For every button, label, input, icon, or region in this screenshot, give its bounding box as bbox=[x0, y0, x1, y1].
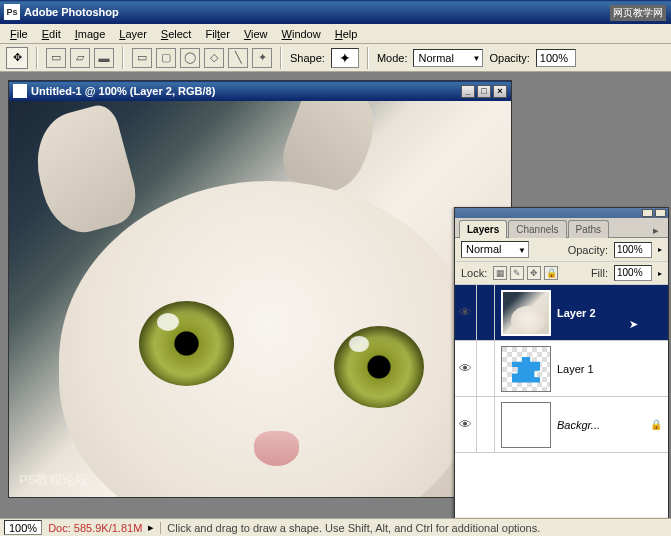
tool-preset-picker[interactable]: ✥ bbox=[6, 47, 28, 69]
shape-mode-group: ▭ ▱ ▬ bbox=[46, 48, 114, 68]
menu-bar: File Edit Image Layer Select Filter View… bbox=[0, 24, 671, 44]
layer-opacity-input[interactable]: 100% bbox=[614, 242, 652, 258]
opacity-input[interactable]: 100% bbox=[536, 49, 576, 67]
app-title: Adobe Photoshop bbox=[24, 6, 667, 18]
puzzle-icon: ✦ bbox=[339, 50, 351, 66]
layer-thumbnail[interactable] bbox=[501, 346, 551, 392]
lock-all-icon[interactable]: 🔒 bbox=[544, 266, 558, 280]
opacity-label: Opacity: bbox=[489, 52, 529, 64]
shape-tool-group: ▭ ▢ ◯ ◇ ╲ ✦ bbox=[132, 48, 272, 68]
shape-label: Shape: bbox=[290, 52, 325, 64]
layers-panel: Layers Channels Paths ▸ Normal Opacity: … bbox=[454, 207, 669, 536]
canvas[interactable]: PS教程论坛 bbox=[9, 101, 511, 497]
layer-name[interactable]: Backgr... bbox=[557, 419, 650, 431]
app-titlebar: Ps Adobe Photoshop 网页教学网 bbox=[0, 0, 671, 24]
close-icon[interactable]: × bbox=[493, 85, 507, 98]
zoom-input[interactable]: 100% bbox=[4, 520, 42, 535]
visibility-eye-icon[interactable]: 👁 bbox=[455, 285, 477, 340]
doc-info: Doc: 585.9K/1.81M bbox=[48, 522, 142, 534]
link-cell[interactable] bbox=[477, 397, 495, 452]
lock-buttons: ▦ ✎ ✥ 🔒 bbox=[493, 266, 558, 280]
document-titlebar[interactable]: Untitled-1 @ 100% (Layer 2, RGB/8) _ □ × bbox=[9, 81, 511, 101]
layer-name[interactable]: Layer 1 bbox=[557, 363, 668, 375]
custom-shape-tool-icon[interactable]: ✦ bbox=[252, 48, 272, 68]
separator bbox=[280, 47, 282, 69]
status-bar: 100% Doc: 585.9K/1.81M ▸ Click and drag … bbox=[0, 518, 671, 536]
info-arrow-icon[interactable]: ▸ bbox=[148, 521, 154, 534]
status-hint: Click and drag to draw a shape. Use Shif… bbox=[160, 522, 540, 534]
watermark-badge: 网页教学网 bbox=[610, 5, 666, 21]
rounded-rect-tool-icon[interactable]: ▢ bbox=[156, 48, 176, 68]
lock-pixels-icon[interactable]: ✎ bbox=[510, 266, 524, 280]
menu-window[interactable]: Window bbox=[276, 26, 327, 42]
panel-menu-icon[interactable]: ▸ bbox=[648, 224, 664, 237]
empty-list-area bbox=[455, 453, 668, 517]
visibility-eye-icon[interactable]: 👁 bbox=[455, 397, 477, 452]
menu-layer[interactable]: Layer bbox=[113, 26, 153, 42]
menu-help[interactable]: Help bbox=[329, 26, 364, 42]
document-window: Untitled-1 @ 100% (Layer 2, RGB/8) _ □ ×… bbox=[8, 80, 512, 498]
chevron-right-icon[interactable]: ▸ bbox=[658, 245, 662, 254]
layer-thumbnail[interactable] bbox=[501, 290, 551, 336]
line-tool-icon[interactable]: ╲ bbox=[228, 48, 248, 68]
shape-layer-mode-icon[interactable]: ▭ bbox=[46, 48, 66, 68]
chevron-right-icon[interactable]: ▸ bbox=[658, 269, 662, 278]
blend-opacity-row: Normal Opacity: 100% ▸ bbox=[455, 238, 668, 262]
lock-position-icon[interactable]: ✥ bbox=[527, 266, 541, 280]
workspace: Untitled-1 @ 100% (Layer 2, RGB/8) _ □ ×… bbox=[0, 72, 671, 518]
lock-transparency-icon[interactable]: ▦ bbox=[493, 266, 507, 280]
menu-view[interactable]: View bbox=[238, 26, 274, 42]
document-icon bbox=[13, 84, 27, 98]
lock-label: Lock: bbox=[461, 267, 487, 279]
panel-tabs: Layers Channels Paths ▸ bbox=[455, 218, 668, 238]
path-mode-icon[interactable]: ▱ bbox=[70, 48, 90, 68]
shape-picker[interactable]: ✦ bbox=[331, 48, 359, 68]
separator bbox=[367, 47, 369, 69]
tab-layers[interactable]: Layers bbox=[459, 220, 507, 238]
blend-mode-select[interactable]: Normal bbox=[413, 49, 483, 67]
menu-file[interactable]: File bbox=[4, 26, 34, 42]
link-cell[interactable] bbox=[477, 285, 495, 340]
layer-row[interactable]: 👁 Backgr... 🔒 bbox=[455, 397, 668, 453]
tab-paths[interactable]: Paths bbox=[568, 220, 610, 238]
menu-image[interactable]: Image bbox=[69, 26, 112, 42]
separator bbox=[122, 47, 124, 69]
options-bar: ✥ ▭ ▱ ▬ ▭ ▢ ◯ ◇ ╲ ✦ Shape: ✦ Mode: Norma… bbox=[0, 44, 671, 72]
rect-tool-icon[interactable]: ▭ bbox=[132, 48, 152, 68]
layer-row[interactable]: 👁 Layer 2 ➤ bbox=[455, 285, 668, 341]
layer-blend-select[interactable]: Normal bbox=[461, 241, 529, 258]
menu-select[interactable]: Select bbox=[155, 26, 198, 42]
minimize-icon[interactable]: _ bbox=[461, 85, 475, 98]
layer-thumbnail[interactable] bbox=[501, 402, 551, 448]
cat-image bbox=[9, 101, 511, 497]
lock-fill-row: Lock: ▦ ✎ ✥ 🔒 Fill: 100% ▸ bbox=[455, 262, 668, 285]
lock-icon: 🔒 bbox=[650, 419, 668, 430]
layer-opacity-label: Opacity: bbox=[568, 244, 608, 256]
menu-filter[interactable]: Filter bbox=[199, 26, 235, 42]
panel-titlebar[interactable] bbox=[455, 208, 668, 218]
panel-close-icon[interactable] bbox=[655, 209, 666, 217]
link-cell[interactable] bbox=[477, 341, 495, 396]
separator bbox=[36, 47, 38, 69]
layer-name[interactable]: Layer 2 bbox=[557, 307, 659, 319]
fill-input[interactable]: 100% bbox=[614, 265, 652, 281]
maximize-icon[interactable]: □ bbox=[477, 85, 491, 98]
ellipse-tool-icon[interactable]: ◯ bbox=[180, 48, 200, 68]
polygon-tool-icon[interactable]: ◇ bbox=[204, 48, 224, 68]
tab-channels[interactable]: Channels bbox=[508, 220, 566, 238]
photoshop-icon: Ps bbox=[4, 4, 20, 20]
canvas-watermark: PS教程论坛 bbox=[19, 471, 88, 489]
visibility-eye-icon[interactable]: 👁 bbox=[455, 341, 477, 396]
document-title: Untitled-1 @ 100% (Layer 2, RGB/8) bbox=[31, 85, 457, 97]
menu-edit[interactable]: Edit bbox=[36, 26, 67, 42]
layer-row[interactable]: 👁 Layer 1 bbox=[455, 341, 668, 397]
panel-minimize-icon[interactable] bbox=[642, 209, 653, 217]
cursor-icon: ➤ bbox=[629, 318, 638, 331]
layer-list: 👁 Layer 2 ➤ 👁 Layer 1 👁 Backgr... 🔒 bbox=[455, 285, 668, 517]
fill-label: Fill: bbox=[591, 267, 608, 279]
mode-label: Mode: bbox=[377, 52, 408, 64]
fill-mode-icon[interactable]: ▬ bbox=[94, 48, 114, 68]
